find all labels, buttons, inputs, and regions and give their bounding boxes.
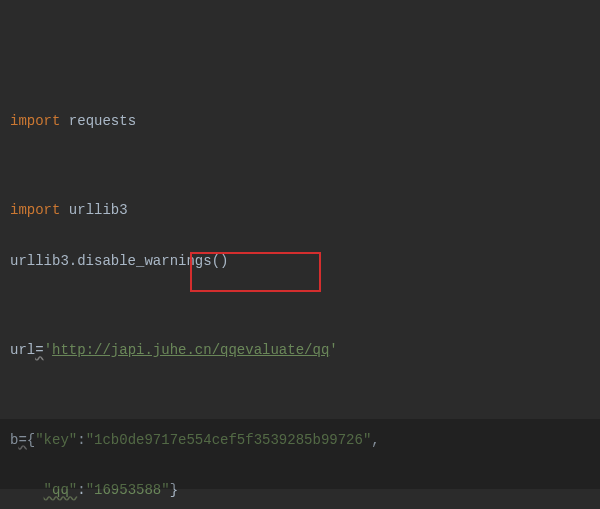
quote: ' — [44, 342, 52, 358]
dict-value: "1cb0de9717e554cef5f3539285b99726" — [86, 432, 372, 448]
url-literal: http://japi.juhe.cn/qqevaluate/qq — [52, 342, 329, 358]
code-line[interactable]: import urllib3 — [10, 198, 600, 223]
blank-line — [10, 299, 600, 313]
comma: , — [371, 432, 379, 448]
keyword-import: import — [10, 202, 60, 218]
brace: } — [170, 482, 178, 498]
call-expr: urllib3.disable_warnings() — [10, 253, 228, 269]
code-line[interactable]: b={"key":"1cb0de9717e554cef5f3539285b997… — [10, 428, 600, 453]
keyword-import: import — [10, 113, 60, 129]
dict-value: "16953588" — [86, 482, 170, 498]
op-eq: = — [35, 342, 43, 358]
blank-line — [10, 389, 600, 403]
quote: ' — [329, 342, 337, 358]
dict-key: "qq" — [44, 482, 78, 498]
module-name: requests — [60, 113, 136, 129]
code-line[interactable]: import requests — [10, 109, 600, 134]
brace: { — [27, 432, 35, 448]
colon: : — [77, 482, 85, 498]
module-name: urllib3 — [60, 202, 127, 218]
code-line[interactable]: urllib3.disable_warnings() — [10, 249, 600, 274]
var-name: url — [10, 342, 35, 358]
code-line[interactable]: url='http://japi.juhe.cn/qqevaluate/qq' — [10, 338, 600, 363]
blank-line — [10, 159, 600, 173]
code-line[interactable]: "qq":"16953588"} — [10, 478, 600, 503]
op-eq: = — [18, 432, 26, 448]
colon: : — [77, 432, 85, 448]
dict-key: "key" — [35, 432, 77, 448]
indent — [10, 482, 44, 498]
